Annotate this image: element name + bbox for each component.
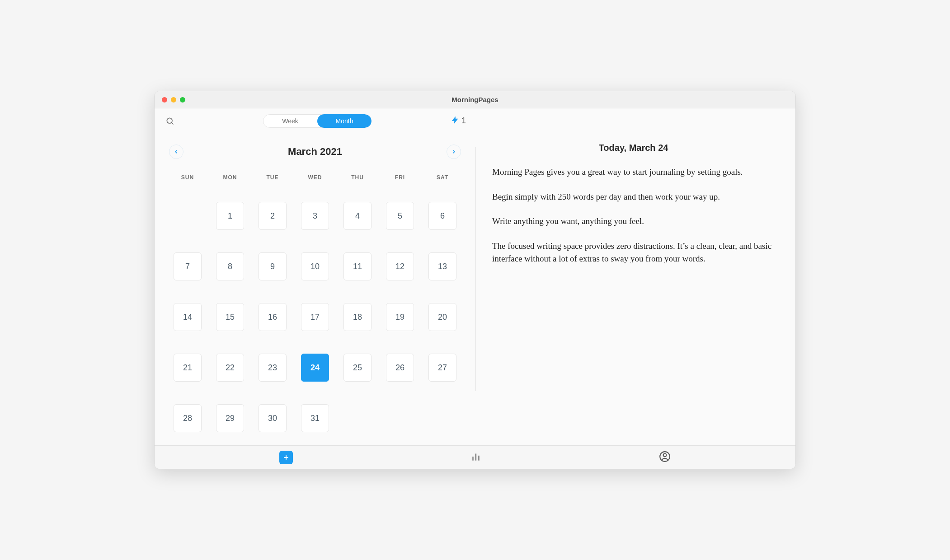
calendar-day-1[interactable]: 1 bbox=[216, 202, 244, 230]
app-window: MorningPages Week Month 1 March 2021 bbox=[154, 91, 796, 469]
calendar-cell: 28 bbox=[166, 393, 209, 443]
search-icon[interactable] bbox=[165, 117, 174, 126]
calendar-cell: 8 bbox=[209, 241, 251, 292]
calendar-day-23[interactable]: 23 bbox=[259, 354, 287, 382]
entry-paragraph: The focused writing space provides zero … bbox=[492, 240, 775, 266]
calendar-cell: 20 bbox=[421, 292, 464, 342]
calendar-cell: 15 bbox=[209, 292, 251, 342]
entry-paragraph: Begin simply with 250 words per day and … bbox=[492, 191, 775, 204]
calendar-cell: 7 bbox=[166, 241, 209, 292]
calendar-day-16[interactable]: 16 bbox=[259, 303, 287, 331]
weekday-label: SAT bbox=[421, 171, 464, 184]
calendar-day-27[interactable]: 27 bbox=[428, 354, 456, 382]
weekday-label: TUE bbox=[251, 171, 294, 184]
bar-chart-icon bbox=[470, 451, 482, 464]
calendar-day-22[interactable]: 22 bbox=[216, 354, 244, 382]
calendar-cell: 18 bbox=[336, 292, 379, 342]
svg-point-8 bbox=[663, 453, 667, 457]
titlebar: MorningPages bbox=[155, 91, 795, 108]
minimize-window-button[interactable] bbox=[171, 97, 176, 103]
view-toggle-month[interactable]: Month bbox=[317, 114, 372, 128]
calendar-cell: 16 bbox=[251, 292, 294, 342]
calendar-day-12[interactable]: 12 bbox=[386, 252, 414, 280]
entry-pane: Today, March 24 Morning Pages gives you … bbox=[476, 134, 795, 445]
calendar-day-7[interactable]: 7 bbox=[174, 252, 202, 280]
stats-button[interactable] bbox=[470, 451, 482, 464]
weekday-label: MON bbox=[209, 171, 251, 184]
calendar-pane: March 2021 SUNMONTUEWEDTHUFRISAT 1234567… bbox=[155, 134, 475, 445]
calendar-cell: 31 bbox=[294, 393, 336, 443]
calendar-day-6[interactable]: 6 bbox=[428, 202, 456, 230]
calendar-cell: 13 bbox=[421, 241, 464, 292]
svg-line-1 bbox=[172, 122, 174, 124]
calendar-day-26[interactable]: 26 bbox=[386, 354, 414, 382]
prev-month-button[interactable] bbox=[169, 145, 183, 159]
calendar-day-3[interactable]: 3 bbox=[301, 202, 329, 230]
weekday-label: FRI bbox=[379, 171, 421, 184]
weekday-label: SUN bbox=[166, 171, 209, 184]
calendar-day-18[interactable]: 18 bbox=[343, 303, 372, 331]
calendar-cell: 27 bbox=[421, 342, 464, 393]
svg-point-0 bbox=[167, 118, 172, 123]
calendar-day-19[interactable]: 19 bbox=[386, 303, 414, 331]
calendar-day-20[interactable]: 20 bbox=[428, 303, 456, 331]
calendar-day-28[interactable]: 28 bbox=[174, 404, 202, 432]
next-month-button[interactable] bbox=[447, 145, 461, 159]
calendar-day-10[interactable]: 10 bbox=[301, 252, 329, 280]
window-controls bbox=[162, 97, 185, 103]
lightning-icon bbox=[451, 116, 460, 126]
month-title: March 2021 bbox=[288, 146, 342, 158]
entry-paragraph: Morning Pages gives you a great way to s… bbox=[492, 166, 775, 179]
calendar-day-24[interactable]: 24 bbox=[301, 354, 329, 382]
plus-icon bbox=[279, 451, 293, 464]
calendar-day-31[interactable]: 31 bbox=[301, 404, 329, 432]
calendar-day-8[interactable]: 8 bbox=[216, 252, 244, 280]
calendar-day-2[interactable]: 2 bbox=[259, 202, 287, 230]
calendar-cell: 26 bbox=[379, 342, 421, 393]
calendar-day-9[interactable]: 9 bbox=[259, 252, 287, 280]
bottom-bar bbox=[155, 445, 795, 469]
weekday-row: SUNMONTUEWEDTHUFRISAT bbox=[166, 171, 464, 184]
calendar-day-15[interactable]: 15 bbox=[216, 303, 244, 331]
calendar-cell: 14 bbox=[166, 292, 209, 342]
calendar-cell: 30 bbox=[251, 393, 294, 443]
calendar-day-11[interactable]: 11 bbox=[343, 252, 372, 280]
calendar-day-14[interactable]: 14 bbox=[174, 303, 202, 331]
calendar-day-29[interactable]: 29 bbox=[216, 404, 244, 432]
calendar-day-25[interactable]: 25 bbox=[343, 354, 372, 382]
calendar-cell: 9 bbox=[251, 241, 294, 292]
streak-count: 1 bbox=[461, 116, 466, 126]
calendar-header: March 2021 bbox=[166, 138, 464, 165]
calendar-day-5[interactable]: 5 bbox=[386, 202, 414, 230]
user-icon bbox=[659, 451, 671, 464]
weekday-label: THU bbox=[336, 171, 379, 184]
calendar-cell: 1 bbox=[209, 191, 251, 241]
calendar-day-13[interactable]: 13 bbox=[428, 252, 456, 280]
calendar-day-30[interactable]: 30 bbox=[259, 404, 287, 432]
calendar-day-4[interactable]: 4 bbox=[343, 202, 372, 230]
entry-body[interactable]: Morning Pages gives you a great way to s… bbox=[492, 166, 775, 266]
entry-title: Today, March 24 bbox=[492, 143, 775, 153]
calendar-cell: 23 bbox=[251, 342, 294, 393]
entry-paragraph: Write anything you want, anything you fe… bbox=[492, 215, 775, 228]
calendar-empty-cell bbox=[166, 191, 209, 241]
profile-button[interactable] bbox=[659, 451, 671, 464]
view-toggle-week[interactable]: Week bbox=[263, 114, 317, 128]
calendar-cell: 2 bbox=[251, 191, 294, 241]
calendar-cell: 22 bbox=[209, 342, 251, 393]
calendar-cell: 4 bbox=[336, 191, 379, 241]
calendar-day-21[interactable]: 21 bbox=[174, 354, 202, 382]
calendar-day-17[interactable]: 17 bbox=[301, 303, 329, 331]
add-entry-button[interactable] bbox=[279, 451, 293, 464]
window-title: MorningPages bbox=[451, 96, 498, 103]
calendar-cell: 19 bbox=[379, 292, 421, 342]
calendar-grid: 1234567891011121314151617181920212223242… bbox=[166, 191, 464, 443]
streak-indicator[interactable]: 1 bbox=[451, 116, 466, 126]
toolbar: Week Month 1 bbox=[155, 108, 795, 134]
calendar-cell: 25 bbox=[336, 342, 379, 393]
fullscreen-window-button[interactable] bbox=[180, 97, 185, 103]
calendar-cell: 24 bbox=[294, 342, 336, 393]
calendar-cell: 29 bbox=[209, 393, 251, 443]
calendar-cell: 21 bbox=[166, 342, 209, 393]
close-window-button[interactable] bbox=[162, 97, 167, 103]
